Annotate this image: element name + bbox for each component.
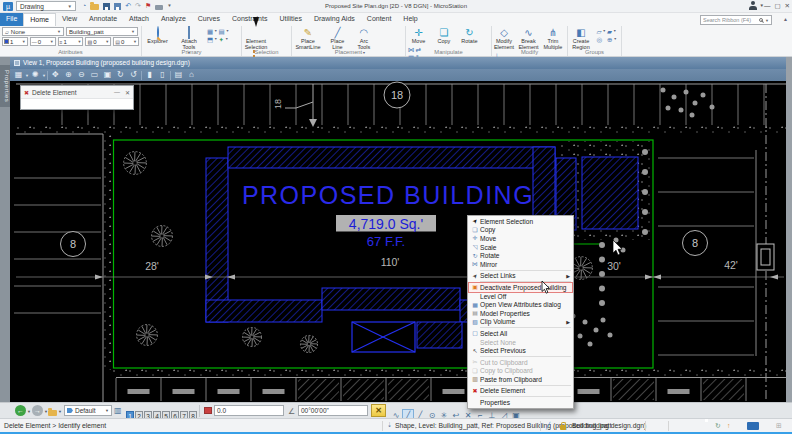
rotate-button[interactable]: ↻Rotate [459,27,480,45]
dialog-close-button[interactable]: ✕ [125,89,130,96]
menu-item-copy[interactable]: ❏Copy [469,226,572,235]
menu-item-clip-volume[interactable]: ▧Clip Volume▶ [469,318,572,327]
break-element-button[interactable]: ∿Break Element [518,27,538,51]
menu-item-move[interactable]: ✛Move [469,234,572,243]
line-weight-dropdown[interactable]: ≡1▼ [58,37,84,46]
tab-view[interactable]: View [56,13,83,26]
tab-content[interactable]: Content [361,13,398,26]
view-redo-button[interactable]: → [32,405,43,416]
minimize-button[interactable]: — [764,0,771,12]
explorer-button[interactable]: Explorer [144,27,171,45]
group-hole-button[interactable]: ▱▼ [596,28,605,35]
models-button[interactable]: ▦▼ [207,28,218,35]
user-account[interactable]: ▼ [749,1,764,10]
angle-readout[interactable]: 00°00'00" [298,405,368,416]
menu-item-deactivate-proposed-building[interactable]: ▣Deactivate Proposed Building [469,283,572,292]
pan-view-icon[interactable]: ✥ [49,69,62,81]
view-undo-button[interactable]: ← [15,405,26,416]
view-groups-icon[interactable]: ▥ [114,406,122,415]
flag-icon[interactable]: ⚑ [145,1,151,11]
menu-item-paste-from-clipboard[interactable]: ▥Paste from Clipboard [469,375,572,384]
view-previous-icon[interactable]: ↺ [127,69,140,81]
upload-icon[interactable]: ↑ [727,419,730,432]
open-folder-icon[interactable] [90,4,99,10]
compass-icon[interactable]: ◔ [82,1,86,11]
tab-attach[interactable]: Attach [123,13,155,26]
copy-view-icon[interactable]: ▯ [156,69,169,81]
auxiliary-coordinates-button[interactable]: ✦▼ [219,36,230,43]
close-button[interactable]: ✕ [785,0,790,12]
model-dropdown[interactable]: Default ▼ [64,405,112,416]
element-selection-button[interactable]: Element Selection [244,27,268,51]
maximize-button[interactable]: ▢ [774,0,780,12]
zoom-out-icon[interactable]: ⊖ [75,69,88,81]
zoom-in-icon[interactable]: ⊕ [62,69,75,81]
create-region-button[interactable]: ◧Create Region [570,27,592,51]
active-element-template-dropdown[interactable]: ▱None▼ [2,27,64,36]
menu-item-scale[interactable]: ◹Scale [469,243,572,252]
qat-more-icon[interactable]: ▼ [167,1,171,11]
view-history-folder-icon[interactable] [48,410,57,416]
clip-volume-icon[interactable]: ▤ [172,69,185,81]
tab-annotate[interactable]: Annotate [83,13,123,26]
workflow-dropdown[interactable]: Drawing▼ [16,1,76,11]
copy-button[interactable]: ❏Copy [433,27,454,45]
transparency-dropdown[interactable]: ▨0▼ [85,37,111,46]
references-button[interactable]: ⬒▼ [207,36,218,43]
properties-panel-tab[interactable]: Properties [0,65,10,107]
display-style-icon[interactable]: ✺ [29,69,42,81]
priority-dropdown[interactable]: ▤0▼ [113,37,139,46]
tab-analyze[interactable]: Analyze [155,13,192,26]
undo-icon[interactable]: ↶ [125,1,131,11]
accudraw-toggle-button[interactable]: ✕ [371,404,386,417]
menu-item-level-off[interactable]: Level Off [469,292,572,301]
level-manager-button[interactable]: ▤▼ [219,28,230,35]
drawing-canvas[interactable]: 28' 110' 30' 42' 8 18 8 18 PROPOSED BUIL… [10,81,786,402]
menu-item-properties[interactable]: Properties [469,398,572,407]
place-line-button[interactable]: ╱Place Line [326,27,348,51]
snap-status-icon[interactable]: ╱ [546,419,550,432]
view-attributes-icon[interactable]: ▦ [12,69,25,81]
coordinate-readout[interactable]: 0.0 [214,405,284,416]
tab-drawing-aids[interactable]: Drawing Aids [308,13,361,26]
ribbon-search[interactable]: Search Ribbon (F4) ▼ [700,15,772,25]
active-color-dropdown[interactable]: 1▼ [2,37,28,46]
tool-settings-dialog[interactable]: ✖ Delete Element — ✕ [20,85,134,110]
ribbon-collapse-button[interactable]: ▲ [783,16,788,22]
tab-constraints[interactable]: Constraints [226,13,273,26]
saved-views-icon[interactable]: ⌂ [185,69,198,81]
redo-icon[interactable]: ↷ [135,1,141,11]
lock-icon[interactable] [560,425,566,430]
named-group-button[interactable]: ⊕▼ [607,36,617,43]
fit-view-icon[interactable]: ▣ [101,69,114,81]
trim-multiple-button[interactable]: ⋔Trim Multiple [543,27,563,51]
view-titlebar[interactable]: View 1, Proposed Building (proposed buil… [10,57,786,69]
tool-settings-titlebar[interactable]: ✖ Delete Element — ✕ [21,86,133,99]
tab-utilities[interactable]: Utilities [273,13,308,26]
line-style-dropdown[interactable]: —0▼ [30,37,56,46]
rotate-view-icon[interactable]: ↻ [114,69,127,81]
graphic-group-button[interactable]: ◎ [596,36,605,43]
menu-item-select-links[interactable]: ➤Select Links▶ [469,272,572,281]
active-level-dropdown[interactable]: Building_patt▼ [66,27,138,36]
menu-item-mirror[interactable]: ⋈Mirror [469,260,572,269]
menu-item-element-selection[interactable]: ➤Element Selection [469,217,572,226]
place-smartline-button[interactable]: ✎Place SmartLine [294,27,322,51]
print-icon[interactable] [155,5,163,10]
tab-curves[interactable]: Curves [192,13,226,26]
modify-element-button[interactable]: ◇Modify Element [494,27,514,51]
menu-item-model-properties[interactable]: ▤Model Properties [469,309,572,318]
menu-item-select-all[interactable]: ▢Select All [469,329,572,338]
dialog-minimize-button[interactable]: — [114,89,120,96]
refresh-icon[interactable]: ↻ [715,419,721,432]
move-button[interactable]: ✛Move [408,27,429,45]
app-logo-icon[interactable]: µ [3,2,13,11]
active-level-indicator[interactable]: Building_patt [572,419,611,432]
tab-help[interactable]: Help [397,13,423,26]
view-next-icon[interactable]: ▮ [143,69,156,81]
menu-item-open-view-attributes-dialog[interactable]: ▦Open View Attributes dialog [469,300,572,309]
add-to-group-button[interactable]: ▰▼ [607,28,617,35]
menu-item-rotate[interactable]: ↻Rotate [469,251,572,260]
menu-item-select-previous[interactable]: ↖Select Previous [469,346,572,355]
save-settings-icon[interactable] [114,3,121,10]
